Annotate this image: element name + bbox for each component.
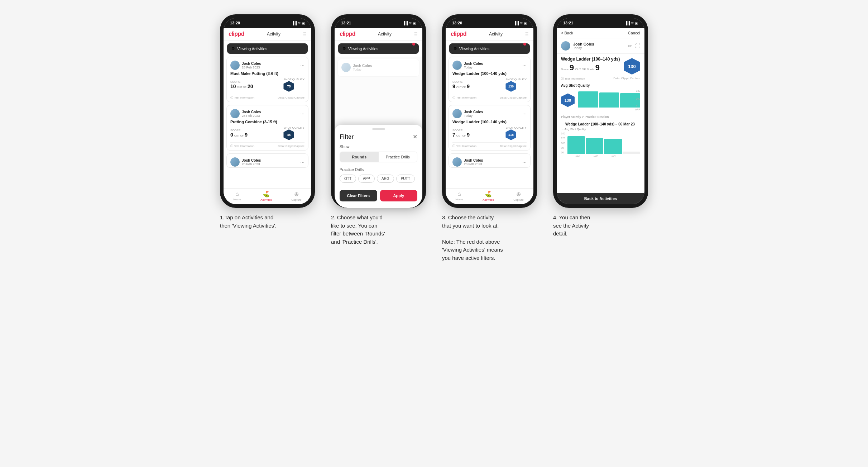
caption-text-3: 3. Choose the Activitythat you want to l… (442, 214, 503, 261)
detail-left: Wedge Ladder (100–140 yds) Score 9 OUT O… (561, 57, 620, 72)
viewing-banner-1[interactable]: ⚙ Viewing Activities (227, 43, 308, 54)
stat-sq-3-1: Shot Quality 130 (505, 78, 527, 92)
clear-filters-btn[interactable]: Clear Filters (340, 190, 377, 201)
nav-home-label-1: Home (233, 198, 241, 201)
filter-actions: Clear Filters Apply (340, 190, 417, 201)
drill-history-title: Wedge Ladder (100–140 yds) – 06 Mar 23 (561, 121, 640, 128)
chip-arg[interactable]: ARG (377, 175, 394, 183)
apply-filters-btn[interactable]: Apply (380, 190, 418, 201)
scroll-area-3: Josh Coles Today ··· Wedge Ladder (100–1… (446, 57, 533, 188)
filter-close-btn[interactable]: ✕ (413, 133, 417, 140)
card-footer-1: ⓘ Test Information Data: Clippd Capture (230, 94, 304, 100)
header-center-3: Activity (489, 32, 503, 37)
nav-home-1[interactable]: ⌂ Home (233, 191, 241, 201)
detail-hex-container: 130 (624, 58, 640, 75)
chart-bars-container (578, 90, 640, 108)
card-user-3-1: Josh Coles Today (452, 61, 483, 70)
home-icon-3: ⌂ (457, 191, 461, 197)
card-footer-3-1: ⓘ Test Information Data: Clippd Capture (452, 94, 527, 100)
detail-user-text: Josh Coles Today (573, 42, 594, 50)
phone-1-col: 13:20 ▐▐ ≋ ▣ clippd Activity ≡ ⚙ Viewing… (217, 14, 318, 230)
header-menu-1[interactable]: ≡ (303, 31, 306, 37)
filter-drills-label: Practice Drills (340, 167, 417, 172)
dots-menu-3-2[interactable]: ··· (522, 111, 527, 116)
detail-score-label: Score (561, 68, 569, 71)
activity-card-3-2[interactable]: Josh Coles Today ··· Wedge Ladder (100–1… (449, 105, 531, 151)
dots-menu-3[interactable]: ··· (300, 159, 304, 165)
nav-activities-3[interactable]: ⛳ Activities (483, 191, 494, 201)
back-btn-header[interactable]: < Back (561, 31, 573, 35)
capture-icon-1: ⊕ (294, 191, 299, 197)
avatar-3-2 (452, 109, 462, 118)
stat-score-3-1: Score 9 OUT OF 9 (452, 80, 470, 89)
dots-menu-2[interactable]: ··· (300, 111, 304, 116)
chart-y-mid: 100 (636, 97, 640, 100)
viewing-banner-text-2: Viewing Activities (348, 47, 378, 51)
header-menu-3[interactable]: ≡ (525, 31, 528, 37)
dots-menu-3-1[interactable]: ··· (522, 62, 527, 68)
activity-card-2[interactable]: Josh Coles 28 Feb 2023 ··· Putting Combi… (226, 105, 308, 151)
detail-score-val: 9 (570, 63, 574, 72)
nav-activities-1[interactable]: ⛳ Activities (260, 191, 272, 201)
cancel-btn[interactable]: Cancel (628, 31, 640, 35)
phone-1-frame: 13:20 ▐▐ ≋ ▣ clippd Activity ≡ ⚙ Viewing… (220, 14, 315, 208)
chart-y-labels: 130 100 0 (636, 90, 640, 108)
status-icons-3: ▐▐ ≋ ▣ (514, 21, 527, 25)
viewing-banner-3[interactable]: ⚙ Viewing Activities (449, 43, 530, 54)
filter-chip-row: OTT APP ARG PUTT (340, 175, 417, 183)
back-to-activities-btn[interactable]: Back to Activities (557, 193, 644, 204)
activities-icon-1: ⛳ (263, 191, 270, 197)
bg-user-date-1: Today (353, 68, 372, 71)
avg-sq-chart: APP 130 100 0 (578, 90, 640, 111)
user-info-2: Josh Coles 28 Feb 2023 (242, 110, 261, 118)
scroll-area-1: Josh Coles 28 Feb 2023 ··· Must Make Put… (224, 57, 311, 188)
activity-card-1[interactable]: Josh Coles 28 Feb 2023 ··· Must Make Put… (226, 57, 308, 102)
detail-outof: OUT OF (575, 68, 586, 71)
expand-icon[interactable]: ⛶ (635, 43, 640, 49)
user-name-3-3: Josh Coles (464, 158, 483, 162)
chip-ott[interactable]: OTT (340, 175, 356, 183)
bg-user-name-1: Josh Coles (353, 64, 372, 68)
chart-bar-1 (578, 91, 598, 108)
logo-1: clippd (229, 31, 244, 37)
activity-title-3-2: Wedge Ladder (100–140 yds) (452, 120, 527, 124)
stat-sq-2: Shot Quality 45 (283, 126, 304, 140)
user-info-3-1: Josh Coles Today (464, 62, 483, 69)
nav-capture-3[interactable]: ⊕ Capture (513, 191, 523, 201)
user-date-3-3: 28 Feb 2023 (464, 162, 483, 166)
hy-label-1: 140 (561, 132, 565, 135)
nav-capture-1[interactable]: ⊕ Capture (291, 191, 301, 201)
chart-label-app: APP (635, 108, 640, 111)
header-menu-2[interactable]: ≡ (414, 31, 417, 37)
activity-card-3-1[interactable]: Josh Coles Today ··· Wedge Ladder (100–1… (449, 57, 531, 102)
stat-score-3-2: Score 7 OUT OF 9 (452, 129, 470, 138)
edit-icon[interactable]: ✏ (628, 43, 632, 49)
detail-user-date: Today (573, 46, 594, 50)
chip-app[interactable]: APP (358, 175, 375, 183)
nav-home-3[interactable]: ⌂ Home (455, 191, 463, 201)
user-name-1: Josh Coles (242, 62, 261, 66)
activities-icon-3: ⛳ (485, 191, 492, 197)
phone-2-frame: 13:21 ▐▐ ≋ ▣ clippd Activity ≡ ⚙ Viewing… (331, 14, 426, 208)
activity-title-1: Must Make Putting (3-6 ft) (230, 71, 304, 76)
viewing-banner-2[interactable]: ⚙ Viewing Activities (338, 43, 419, 54)
red-dot-2 (412, 43, 415, 46)
toggle-rounds[interactable]: Rounds (340, 152, 379, 162)
app-header-1: clippd Activity ≡ (224, 28, 311, 40)
detail-user-info: Josh Coles Today (561, 41, 594, 51)
status-time-4: 13:21 (563, 21, 573, 25)
chip-putt[interactable]: PUTT (396, 175, 415, 183)
red-dot-3 (523, 43, 526, 46)
stat-sq-1: Shot Quality 75 (283, 78, 304, 92)
bg-avatar-1 (341, 63, 351, 72)
dots-menu-1[interactable]: ··· (300, 62, 304, 68)
status-time-3: 13:20 (452, 21, 462, 25)
nav-activities-label-1: Activities (260, 198, 272, 201)
dots-menu-3-3[interactable]: ··· (522, 159, 527, 165)
card-user-3: Josh Coles 28 Feb 2023 (230, 157, 261, 167)
caption-3: 3. Choose the Activitythat you want to l… (442, 214, 537, 262)
bottom-nav-3: ⌂ Home ⛳ Activities ⊕ Capture (446, 188, 533, 204)
status-time-2: 13:21 (341, 21, 351, 25)
toggle-practice-drills[interactable]: Practice Drills (379, 152, 417, 162)
detail-drill-title: Wedge Ladder (100–140 yds) (561, 57, 620, 62)
